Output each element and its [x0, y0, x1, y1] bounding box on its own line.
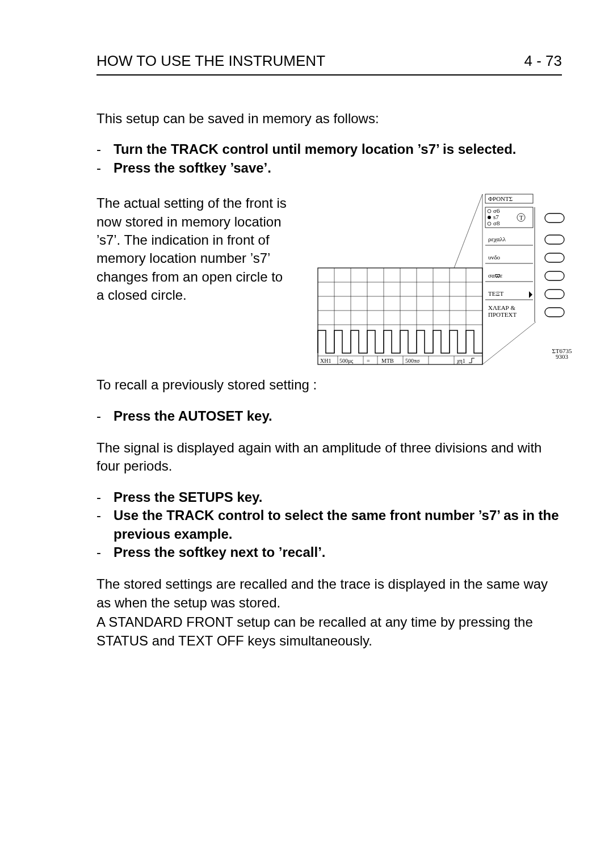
softkey-button — [545, 308, 564, 317]
softkey-buttons — [545, 213, 564, 317]
menu-protect: ΠΡΟΤΕΧΤ — [488, 311, 517, 318]
figure-row: The actual setting of the front is now s… — [96, 194, 562, 364]
readout-coupling: = — [367, 358, 370, 364]
bullet-text: Turn the TRACK control until memory loca… — [114, 140, 516, 158]
bullet-text: Press the softkey next to ’recall’. — [114, 543, 326, 561]
intro-paragraph: This setup can be saved in memory as fol… — [96, 110, 562, 128]
bullet-text: Press the softkey ’save’. — [114, 159, 271, 177]
readout-time: 500πσ — [405, 358, 420, 364]
section-title: HOW TO USE THE INSTRUMENT — [96, 51, 325, 71]
svg-rect-26 — [485, 207, 533, 228]
trigger-edge-icon — [469, 358, 475, 363]
figure-caption-left: The actual setting of the front is now s… — [96, 194, 289, 304]
bullet-dash: - — [96, 506, 102, 543]
readout-ch1: ΧΗ1 — [320, 358, 331, 364]
svg-line-23 — [454, 194, 482, 268]
track-label: T — [519, 214, 523, 221]
svg-line-24 — [482, 322, 536, 364]
menu-undo: υνδο — [488, 254, 501, 261]
document-page: HOW TO USE THE INSTRUMENT 4 - 73 This se… — [0, 0, 613, 868]
bullet-dash: - — [96, 488, 102, 506]
paragraph: To recall a previously stored setting : — [96, 376, 562, 394]
paragraph: The stored settings are recalled and the… — [96, 575, 562, 612]
bullet-list-2: -Press the AUTOSET key. — [96, 407, 562, 425]
menu-clear: ΧΛΕΑΡ & — [488, 304, 515, 311]
bullet-list-1: -Turn the TRACK control until memory loc… — [96, 140, 562, 177]
page-number: 4 - 73 — [524, 51, 562, 71]
bullet-dash: - — [96, 140, 102, 158]
bullet-dash: - — [96, 543, 102, 561]
page-header: HOW TO USE THE INSTRUMENT 4 - 73 — [96, 51, 562, 76]
softkey-button — [545, 213, 564, 223]
bullet-text: Press the AUTOSET key. — [114, 407, 272, 425]
readout-trigger: χη1 — [456, 358, 465, 364]
figure-code-2: 9303 — [556, 353, 569, 360]
softkey-button — [545, 235, 564, 244]
bullet-list-3: -Press the SETUPS key. -Use the TRACK co… — [96, 488, 562, 562]
paragraph: The signal is displayed again with an am… — [96, 439, 562, 476]
chevron-right-icon — [529, 291, 532, 298]
bullet-dash: - — [96, 159, 102, 177]
mem-open-circle-icon — [488, 209, 491, 213]
scope-figure: ΧΗ1 500μς = ΜΤΒ 500πσ χη1 — [306, 194, 585, 364]
readout-mtb: ΜΤΒ — [381, 358, 394, 364]
bullet-text: Press the SETUPS key. — [114, 488, 262, 506]
menu-save: σαϖε — [488, 272, 503, 279]
bullet-text: Use the TRACK control to select the same… — [114, 506, 562, 543]
paragraph: A STANDARD FRONT setup can be recalled a… — [96, 613, 562, 650]
menu-header: ΦΡΟΝΤΣ — [488, 195, 513, 202]
menu-recall: ρεχαλλ — [488, 236, 506, 242]
readout-voltage: 500μς — [339, 358, 353, 364]
mem-s8: σ8 — [493, 220, 500, 227]
softkey-button — [545, 290, 564, 299]
softkey-button — [545, 253, 564, 262]
scope-diagram: ΧΗ1 500μς = ΜΤΒ 500πσ χη1 — [306, 194, 585, 364]
bullet-dash: - — [96, 407, 102, 425]
softkey-button — [545, 271, 564, 280]
mem-open-circle-icon — [488, 222, 491, 225]
menu-text: ΤΕΞΤ — [488, 290, 504, 297]
mem-closed-circle-icon — [488, 216, 491, 219]
